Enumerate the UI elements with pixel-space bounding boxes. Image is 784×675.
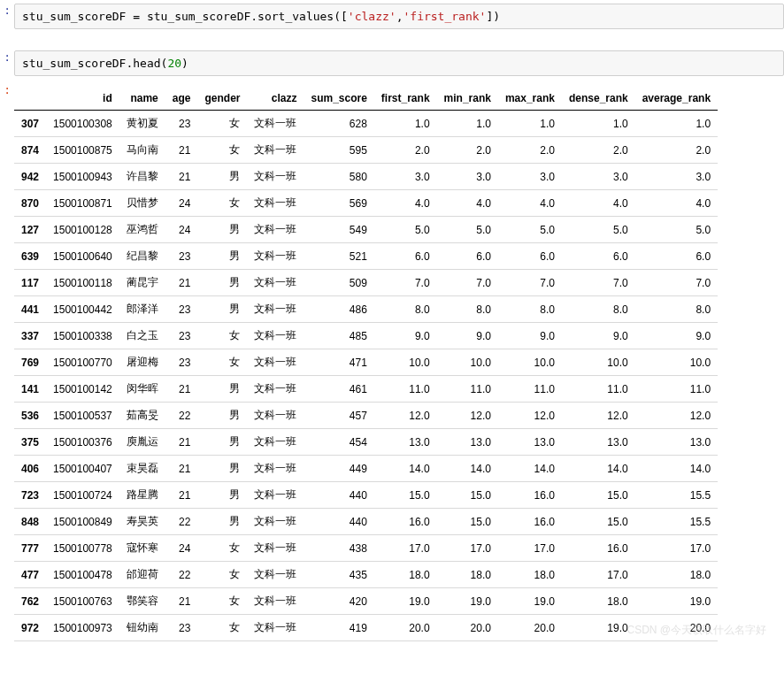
cell-gender: 男 xyxy=(197,296,247,323)
cell-dense_rank: 16.0 xyxy=(562,535,635,562)
cell-gender: 女 xyxy=(197,588,247,615)
column-header: average_rank xyxy=(635,87,718,111)
cell-id: 1500100142 xyxy=(46,376,119,403)
cell-age: 24 xyxy=(165,217,198,243)
cell-name: 邰迎荷 xyxy=(119,562,165,588)
table-row: 4411500100442郎泽洋23男文科一班4868.08.08.08.08.… xyxy=(14,296,718,323)
table-row: 7231500100724路星腾21男文科一班44015.015.016.015… xyxy=(14,482,718,509)
cell-dense_rank: 7.0 xyxy=(562,270,635,296)
cell-gender: 男 xyxy=(197,376,247,403)
cell-name: 庾胤运 xyxy=(119,429,165,456)
cell-average_rank: 15.5 xyxy=(635,482,718,509)
cell-first_rank: 15.0 xyxy=(374,482,437,509)
row-index: 874 xyxy=(14,137,46,164)
cell-id: 1500100376 xyxy=(46,429,119,456)
cell-dense_rank: 1.0 xyxy=(562,111,635,137)
table-row: 1271500100128巫鸿哲24男文科一班5495.05.05.05.05.… xyxy=(14,217,718,243)
cell-clazz: 文科一班 xyxy=(247,217,304,243)
cell-clazz: 文科一班 xyxy=(247,509,304,535)
input-cell-2: : stu_sum_scoreDF.head(20) xyxy=(0,47,784,80)
cell-dense_rank: 6.0 xyxy=(562,243,635,270)
cell-first_rank: 13.0 xyxy=(374,429,437,456)
cell-sum_score: 440 xyxy=(304,482,373,509)
cell-sum_score: 485 xyxy=(304,323,373,349)
cell-gender: 女 xyxy=(197,615,247,641)
code-text: stu_sum_scoreDF = stu_sum_scoreDF.sort_v… xyxy=(22,10,348,23)
table-header-row: idnameagegenderclazzsum_scorefirst_rankm… xyxy=(14,87,718,111)
cell-clazz: 文科一班 xyxy=(247,376,304,403)
cell-dense_rank: 5.0 xyxy=(562,217,635,243)
cell-id: 1500100875 xyxy=(46,137,119,164)
row-index: 337 xyxy=(14,323,46,349)
cell-age: 22 xyxy=(165,403,198,429)
cell-first_rank: 7.0 xyxy=(374,270,437,296)
cell-average_rank: 19.0 xyxy=(635,588,718,615)
cell-sum_score: 549 xyxy=(304,217,373,243)
cell-sum_score: 569 xyxy=(304,190,373,217)
cell-first_rank: 16.0 xyxy=(374,509,437,535)
column-header: gender xyxy=(197,87,247,111)
cell-min_rank: 14.0 xyxy=(437,456,498,482)
cell-gender: 男 xyxy=(197,270,247,296)
cell-dense_rank: 11.0 xyxy=(562,376,635,403)
cell-sum_score: 449 xyxy=(304,456,373,482)
cell-first_rank: 17.0 xyxy=(374,535,437,562)
column-header: clazz xyxy=(247,87,304,111)
cell-dense_rank: 15.0 xyxy=(562,509,635,535)
cell-id: 1500100640 xyxy=(46,243,119,270)
row-index: 406 xyxy=(14,456,46,482)
code-input-2[interactable]: stu_sum_scoreDF.head(20) xyxy=(14,50,784,76)
cell-min_rank: 1.0 xyxy=(437,111,498,137)
cell-min_rank: 8.0 xyxy=(437,296,498,323)
row-index: 870 xyxy=(14,190,46,217)
cell-dense_rank: 17.0 xyxy=(562,562,635,588)
cell-max_rank: 6.0 xyxy=(498,243,562,270)
cell-sum_score: 419 xyxy=(304,615,373,641)
cell-id: 1500100778 xyxy=(46,535,119,562)
column-header: first_rank xyxy=(374,87,437,111)
input-cell-1: : stu_sum_scoreDF = stu_sum_scoreDF.sort… xyxy=(0,0,784,33)
cell-min_rank: 12.0 xyxy=(437,403,498,429)
cell-max_rank: 2.0 xyxy=(498,137,562,164)
cell-id: 1500100537 xyxy=(46,403,119,429)
cell-first_rank: 10.0 xyxy=(374,349,437,376)
cell-gender: 女 xyxy=(197,190,247,217)
table-row: 8701500100871贝惜梦24女文科一班5694.04.04.04.04.… xyxy=(14,190,718,217)
cell-clazz: 文科一班 xyxy=(247,349,304,376)
cell-gender: 女 xyxy=(197,323,247,349)
row-index: 117 xyxy=(14,270,46,296)
cell-age: 22 xyxy=(165,562,198,588)
cell-min_rank: 11.0 xyxy=(437,376,498,403)
cell-max_rank: 17.0 xyxy=(498,535,562,562)
cell-max_rank: 8.0 xyxy=(498,296,562,323)
cell-clazz: 文科一班 xyxy=(247,588,304,615)
cell-sum_score: 580 xyxy=(304,164,373,190)
cell-id: 1500100308 xyxy=(46,111,119,137)
cell-sum_score: 440 xyxy=(304,509,373,535)
cell-min_rank: 20.0 xyxy=(437,615,498,641)
cell-first_rank: 9.0 xyxy=(374,323,437,349)
cell-max_rank: 18.0 xyxy=(498,562,562,588)
cell-average_rank: 3.0 xyxy=(635,164,718,190)
column-header: id xyxy=(46,87,119,111)
cell-name: 路星腾 xyxy=(119,482,165,509)
table-row: 6391500100640纪昌黎23男文科一班5216.06.06.06.06.… xyxy=(14,243,718,270)
cell-gender: 女 xyxy=(197,535,247,562)
cell-first_rank: 19.0 xyxy=(374,588,437,615)
cell-sum_score: 461 xyxy=(304,376,373,403)
cell-sum_score: 509 xyxy=(304,270,373,296)
row-index: 723 xyxy=(14,482,46,509)
cell-min_rank: 7.0 xyxy=(437,270,498,296)
column-header: min_rank xyxy=(437,87,498,111)
code-input-1[interactable]: stu_sum_scoreDF = stu_sum_scoreDF.sort_v… xyxy=(14,4,784,29)
cell-dense_rank: 8.0 xyxy=(562,296,635,323)
cell-first_rank: 1.0 xyxy=(374,111,437,137)
cell-id: 1500100943 xyxy=(46,164,119,190)
cell-name: 许昌黎 xyxy=(119,164,165,190)
cell-first_rank: 4.0 xyxy=(374,190,437,217)
cell-name: 郎泽洋 xyxy=(119,296,165,323)
cell-id: 1500100973 xyxy=(46,615,119,641)
cell-average_rank: 1.0 xyxy=(635,111,718,137)
output-prompt: : xyxy=(0,83,14,96)
table-row: 8741500100875马向南21女文科一班5952.02.02.02.02.… xyxy=(14,137,718,164)
